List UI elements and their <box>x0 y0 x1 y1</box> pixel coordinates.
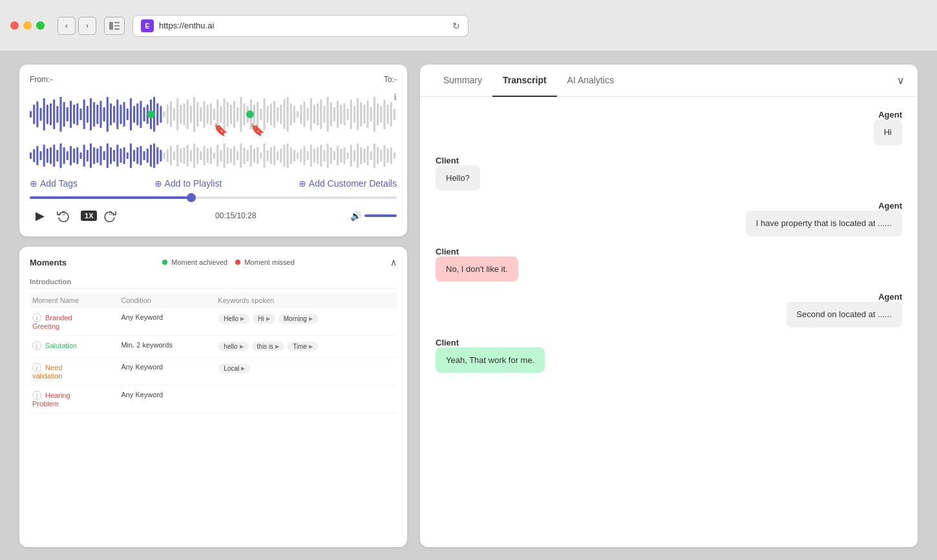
col-condition: Condition <box>118 293 215 308</box>
svg-rect-134 <box>96 149 98 163</box>
moments-legend: Moment achieved Moment missed <box>162 258 295 266</box>
info-icon[interactable]: ℹ <box>394 92 397 102</box>
svg-rect-32 <box>123 102 125 127</box>
keyword-tag[interactable]: Time ▶ <box>288 342 318 351</box>
svg-rect-205 <box>333 151 335 160</box>
message-agent-hi: Agent Hi <box>436 110 902 145</box>
svg-rect-137 <box>107 143 109 168</box>
svg-rect-7 <box>39 108 41 121</box>
svg-rect-11 <box>53 99 55 129</box>
svg-rect-79 <box>280 105 282 124</box>
svg-rect-136 <box>103 151 105 160</box>
svg-rect-115 <box>33 149 35 162</box>
svg-rect-122 <box>56 150 58 161</box>
keyword-tag[interactable]: Local ▶ <box>218 364 250 373</box>
reload-button[interactable]: ↻ <box>452 21 460 31</box>
keyword-tag[interactable]: hello ▶ <box>218 342 248 351</box>
keyword-tag[interactable]: this is ▶ <box>252 342 285 351</box>
svg-rect-215 <box>367 146 369 165</box>
svg-rect-135 <box>100 146 101 165</box>
add-tags-button[interactable]: ⊕ Add Tags <box>30 178 78 189</box>
sidebar-toggle-button[interactable] <box>104 17 125 35</box>
svg-rect-129 <box>79 152 81 159</box>
svg-rect-128 <box>76 147 78 164</box>
dropdown-button[interactable]: ∨ <box>897 74 905 87</box>
collapse-button[interactable]: ∧ <box>390 257 397 267</box>
tab-ai-analytics[interactable]: AI Analytics <box>557 65 624 97</box>
svg-rect-58 <box>210 103 212 125</box>
condition-4: Any Keyword <box>118 386 215 413</box>
svg-rect-101 <box>353 106 355 123</box>
svg-rect-49 <box>180 105 182 124</box>
keyword-tag[interactable]: Hi ▶ <box>253 314 275 324</box>
svg-rect-140 <box>116 145 118 167</box>
svg-rect-36 <box>136 103 138 125</box>
speaker-client-1: Client <box>436 156 459 165</box>
volume-control[interactable]: 🔊 <box>350 211 397 221</box>
bubble-client-hello: Hello? <box>436 165 480 191</box>
svg-rect-203 <box>327 143 329 168</box>
maximize-button[interactable] <box>36 21 45 30</box>
svg-rect-34 <box>130 98 132 130</box>
svg-rect-130 <box>83 145 85 167</box>
close-button[interactable] <box>10 21 19 30</box>
nav-buttons: ‹ › <box>58 17 96 35</box>
to-label: To:- <box>384 75 397 84</box>
svg-rect-223 <box>394 152 395 159</box>
waveform-bookmark-1: 🔖 <box>213 123 227 137</box>
table-row: i Needvalidation Any Keyword Local ▶ <box>30 358 397 386</box>
address-bar[interactable]: E https://enthu.ai ↻ <box>132 15 468 37</box>
forward-button[interactable]: 5 <box>103 209 121 222</box>
svg-rect-180 <box>250 145 252 167</box>
svg-rect-66 <box>237 107 238 121</box>
svg-rect-212 <box>357 143 359 168</box>
svg-rect-151 <box>153 143 155 168</box>
svg-rect-173 <box>227 147 229 164</box>
svg-rect-103 <box>360 102 362 127</box>
time-display: 00:15/10:28 <box>128 211 344 220</box>
condition-2: Min. 2 keywords <box>118 336 215 358</box>
moment-name-branded-greeting: i BrandedGreeting <box>30 308 118 336</box>
add-to-playlist-button[interactable]: ⊕ Add to Playlist <box>154 178 222 189</box>
speaker-agent-2: Agent <box>878 201 902 211</box>
svg-rect-207 <box>340 149 342 163</box>
svg-rect-190 <box>283 145 285 167</box>
volume-slider[interactable] <box>364 214 397 217</box>
svg-rect-29 <box>113 106 115 123</box>
svg-rect-75 <box>267 106 269 123</box>
svg-rect-88 <box>310 98 312 130</box>
svg-rect-121 <box>53 145 55 167</box>
svg-rect-15 <box>67 107 68 121</box>
svg-rect-86 <box>303 101 305 127</box>
svg-rect-95 <box>333 107 335 121</box>
tab-summary[interactable]: Summary <box>433 65 492 97</box>
rewind-button[interactable]: 5 <box>57 209 74 222</box>
keyword-tag[interactable]: Hello ▶ <box>218 314 249 324</box>
svg-rect-111 <box>387 105 389 124</box>
message-client-no: Client No, I don't like it. <box>436 247 902 282</box>
svg-rect-206 <box>337 146 339 165</box>
svg-rect-6 <box>36 101 38 127</box>
bubble-agent-hi: Hi <box>874 119 902 145</box>
add-customer-button[interactable]: ⊕ Add Customer Details <box>299 178 397 189</box>
keywords-4 <box>215 386 397 413</box>
audio-card: From:- To:- 🔖 🔖 ℹ <box>19 65 407 236</box>
svg-rect-132 <box>90 143 92 168</box>
svg-rect-163 <box>193 143 195 168</box>
play-button[interactable]: ▶ <box>30 205 50 226</box>
svg-rect-91 <box>320 99 322 129</box>
back-button[interactable]: ‹ <box>58 17 76 35</box>
tab-transcript[interactable]: Transcript <box>492 65 557 97</box>
speed-button[interactable]: 1X <box>81 211 97 221</box>
progress-bar[interactable] <box>30 196 397 199</box>
forward-button[interactable]: › <box>78 17 96 35</box>
transcript-container: Agent Hi Client Hello? Agent I have prop… <box>420 97 918 547</box>
svg-rect-158 <box>176 145 178 167</box>
svg-rect-119 <box>47 149 48 163</box>
svg-rect-93 <box>327 97 329 132</box>
keyword-tag[interactable]: Morning ▶ <box>279 314 318 324</box>
minimize-button[interactable] <box>23 21 32 30</box>
moments-card: Moments Moment achieved Moment missed ∧ … <box>19 247 407 547</box>
player-controls: ▶ 5 1X 5 00:15/10:28 🔊 <box>30 205 397 226</box>
svg-rect-38 <box>143 107 145 121</box>
